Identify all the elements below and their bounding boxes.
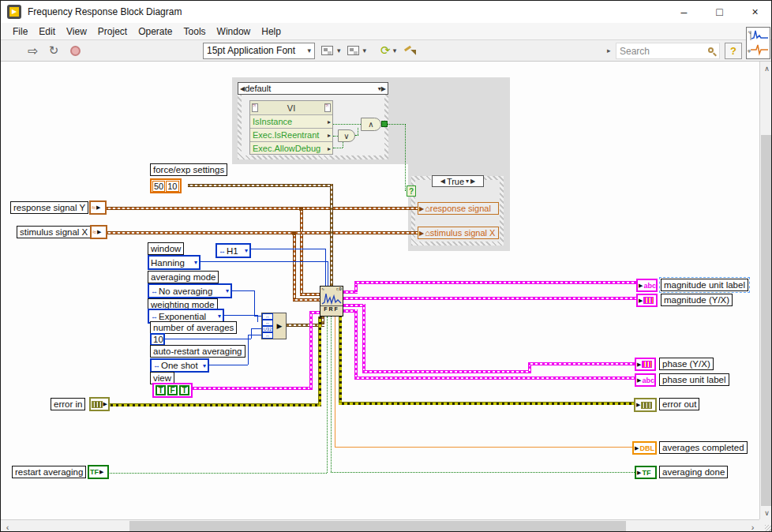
menu-window[interactable]: Window xyxy=(212,24,257,39)
and-gate[interactable]: ∧ xyxy=(361,118,381,131)
case-structure-header[interactable]: ◀ True ▾ ▶ xyxy=(432,175,484,187)
vertical-scrollbar[interactable]: ∧ ∨ xyxy=(759,62,772,519)
waveform-pattern-icon xyxy=(642,361,652,368)
view-bool-2[interactable]: F xyxy=(167,385,178,395)
number-of-averages-constant[interactable]: 10 xyxy=(150,333,165,346)
labview-app-icon: ▶ xyxy=(7,5,21,19)
local-var-response-signal[interactable]: ▶ ⌂ response signal xyxy=(418,202,499,215)
wire-weighting-mode-v xyxy=(257,315,258,322)
averaging-mode-enum[interactable]: ↔ No averaging ▾ xyxy=(148,283,232,298)
frf-vi-node[interactable]: ∿ r,Φ FRF xyxy=(320,286,343,317)
horizontal-scroll-thumb[interactable] xyxy=(129,521,626,532)
menu-edit[interactable]: Edit xyxy=(33,24,61,39)
case-dropdown-icon[interactable]: ▾ xyxy=(466,178,469,185)
cleanup-wire-button[interactable] xyxy=(404,45,417,56)
view-bool-3[interactable]: T xyxy=(179,385,189,395)
wire-view-h2 xyxy=(309,311,320,314)
magnitude-label[interactable]: magnitude (Y/X) xyxy=(661,294,733,306)
phase-label[interactable]: phase (Y/X) xyxy=(659,358,714,370)
view-bool-1[interactable]: T xyxy=(156,385,166,395)
resize-grip[interactable] xyxy=(759,519,772,532)
menu-project[interactable]: Project xyxy=(92,24,133,39)
or-gate[interactable]: ∨ xyxy=(338,129,355,142)
vi-icon[interactable]: ∿ φ xyxy=(746,27,770,59)
run-continuous-icon[interactable]: ↻ xyxy=(45,42,62,59)
svg-text:φ: φ xyxy=(748,48,751,53)
menu-file[interactable]: File xyxy=(7,24,33,39)
abort-button-icon[interactable] xyxy=(70,46,81,56)
distribute-objects-button[interactable]: ▾ xyxy=(347,46,367,55)
wire-auto-restart-h2 xyxy=(248,335,261,335)
magnitude-terminal[interactable]: ▶ xyxy=(636,294,658,307)
averaging-done-terminal[interactable]: ▶ TF xyxy=(635,466,657,479)
block-diagram-canvas[interactable]: ◀ default ▾ ▶ ?! VI ?! IsInstance ▸ Exec… xyxy=(1,62,759,519)
phase-unit-label[interactable]: phase unit label xyxy=(659,373,729,386)
context-help-button[interactable]: ? xyxy=(725,43,742,59)
wire-junction-dot xyxy=(292,231,296,235)
phase-unit-terminal[interactable]: ▶ abc xyxy=(635,373,656,387)
window-enum[interactable]: Hanning ▾ xyxy=(148,255,200,270)
averaging-mode-label: averaging mode xyxy=(148,271,219,283)
auto-restart-enum[interactable]: ↔ One shot ▾ xyxy=(150,358,209,373)
labview-arrow-icon: ▶ xyxy=(9,7,19,17)
response-signal-terminal[interactable]: ≈ ▶ xyxy=(89,200,107,215)
restart-averaging-terminal[interactable]: TF ▶ xyxy=(88,465,109,479)
estimator-enum[interactable]: ↔ H1 ▾ xyxy=(215,243,251,258)
averages-completed-label[interactable]: averages completed xyxy=(659,441,748,454)
prev-case-icon[interactable]: ◀ xyxy=(440,178,445,185)
error-cluster-icon xyxy=(92,401,103,408)
error-out-label[interactable]: error out xyxy=(659,398,699,410)
magnitude-unit-terminal[interactable]: ▶ abc xyxy=(636,279,658,292)
force-settings-label: force/exp settings xyxy=(150,163,227,176)
disable-structure-header[interactable]: ◀ default ▾ ▶ xyxy=(238,82,388,95)
toolbar-overflow-chevron-icon[interactable]: ▸ xyxy=(607,47,611,54)
averaging-done-label[interactable]: averaging done xyxy=(659,466,728,478)
align-objects-button[interactable]: ▾ xyxy=(321,46,341,55)
error-in-terminal[interactable]: ▶ xyxy=(89,397,110,411)
menu-view[interactable]: View xyxy=(61,24,92,39)
menu-tools[interactable]: Tools xyxy=(178,24,212,39)
vi-property-node[interactable]: ?! VI ?! IsInstance ▸ Exec.IsReentrant ▸… xyxy=(249,100,333,155)
close-button[interactable]: × xyxy=(737,1,772,23)
magnitude-unit-label[interactable]: magnitude unit label xyxy=(661,279,748,291)
property-node-header: ?! VI ?! xyxy=(250,101,332,114)
menu-help[interactable]: Help xyxy=(256,24,287,39)
phase-terminal[interactable]: ▶ xyxy=(635,358,656,371)
force-value-1[interactable]: 50 xyxy=(152,181,165,192)
stimulus-signal-terminal[interactable]: ≈ ▶ xyxy=(90,225,107,239)
run-button-icon[interactable]: ⇨ xyxy=(24,42,42,59)
search-input[interactable]: Search xyxy=(616,43,720,59)
property-row-allowdebug[interactable]: Exec.AllowDebug ▸ xyxy=(250,141,332,155)
bundle-input-2: ↔ xyxy=(262,320,273,326)
resize-grip-icon xyxy=(765,525,771,531)
averages-completed-terminal[interactable]: ▶ DBL xyxy=(632,441,657,455)
vertical-scroll-thumb[interactable] xyxy=(761,135,772,506)
cleanup-diagram-button[interactable]: ⟳ ▾ xyxy=(373,43,396,58)
menu-operate[interactable]: Operate xyxy=(133,24,178,39)
force-value-2[interactable]: 10 xyxy=(166,181,178,192)
scroll-left-icon[interactable]: ‹ xyxy=(1,520,14,532)
minimize-button[interactable]: – xyxy=(666,1,702,23)
local-var-stimulus-signal[interactable]: ▶ ⌂ stimulus signal X xyxy=(418,227,499,239)
maximize-button[interactable]: □ xyxy=(702,1,737,23)
wire-and-case xyxy=(388,124,406,125)
boolean-output-node xyxy=(381,121,388,127)
next-case-icon[interactable]: ▶ xyxy=(470,178,475,185)
scroll-up-icon[interactable]: ∧ xyxy=(760,62,772,75)
case-selector-terminal[interactable]: ? xyxy=(407,185,416,197)
house-icon: ⌂ xyxy=(425,228,430,238)
property-row-isreentrant[interactable]: Exec.IsReentrant ▸ xyxy=(250,128,332,141)
bundle-node[interactable]: ↔ ↔ U32 ↔ ▶ xyxy=(261,313,287,339)
horizontal-scrollbar[interactable]: ‹ › xyxy=(1,519,759,532)
font-selector[interactable]: 15pt Application Font ▾ xyxy=(203,43,315,59)
error-out-terminal[interactable]: ▶ xyxy=(634,398,657,412)
next-case-icon[interactable]: ▶ xyxy=(381,85,386,92)
scroll-right-icon[interactable]: › xyxy=(746,520,759,532)
property-row-isinstance[interactable]: IsInstance ▸ xyxy=(250,114,332,128)
wire-and-case-v xyxy=(405,124,406,190)
align-objects-icon xyxy=(321,46,333,55)
force-settings-cluster[interactable]: 50 10 xyxy=(150,178,182,193)
distribute-objects-icon xyxy=(347,46,359,55)
scroll-down-icon[interactable]: ∨ xyxy=(760,506,772,519)
view-cluster[interactable]: T F T xyxy=(152,383,193,398)
